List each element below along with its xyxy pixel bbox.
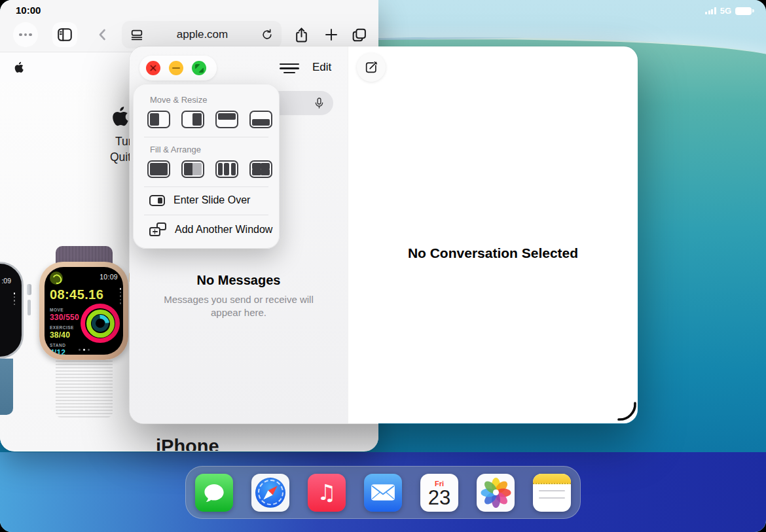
dock-icon-safari[interactable]: [251, 474, 289, 512]
minimize-window-button[interactable]: [169, 61, 183, 75]
plus-icon: [323, 27, 339, 43]
reload-icon[interactable]: [261, 28, 274, 41]
empty-messages-subtitle-line1: Messages you send or receive will: [130, 293, 348, 306]
fill-arrange-section-label: Fill & Arrange: [150, 145, 279, 154]
new-tab-button[interactable]: [319, 22, 344, 47]
watch-band-bottom: [56, 359, 113, 417]
dock-icon-music[interactable]: ♫: [308, 474, 346, 512]
close-window-button[interactable]: [146, 61, 160, 75]
resize-right-half-button[interactable]: [181, 111, 204, 128]
apple-logo-hero: [112, 106, 130, 127]
edit-button[interactable]: Edit: [312, 61, 331, 74]
resize-bottom-half-button[interactable]: [249, 111, 272, 128]
stand-ring: [92, 315, 109, 332]
menu-divider: [144, 137, 268, 137]
share-icon: [293, 27, 310, 43]
stand-label: STAND: [50, 343, 65, 347]
apple-watch-gold: 10:09 08:45.16 MOVE 330/550 EXERCISE 38/…: [38, 246, 130, 417]
status-time: 10:00: [16, 5, 41, 16]
cellular-signal-icon: [705, 7, 716, 14]
enter-slide-over-label: Enter Slide Over: [173, 194, 250, 206]
watch-time-fragment: :09: [1, 277, 11, 285]
safari-compass-icon: [255, 478, 285, 508]
address-bar[interactable]: apple.com: [122, 21, 282, 48]
watch-time: 10:09: [100, 273, 118, 281]
dock-icon-messages[interactable]: [195, 474, 233, 512]
dock: ♫ Fri 23: [185, 466, 581, 519]
resize-left-half-button[interactable]: [147, 111, 170, 128]
watch-screen-dots: [120, 288, 122, 304]
window-controls-menu: Move & Resize Fill & Arrange Enter Slide…: [133, 84, 280, 249]
dock-icon-mail[interactable]: [364, 474, 402, 512]
photos-flower-icon: [479, 476, 512, 509]
share-button[interactable]: [289, 22, 314, 47]
url-text: apple.com: [144, 28, 261, 41]
back-button[interactable]: [90, 22, 115, 47]
more-options-button[interactable]: [13, 22, 38, 47]
music-note-icon: ♫: [317, 482, 337, 503]
move-resize-options: [147, 111, 279, 128]
watch-band-blue: [0, 359, 13, 415]
enter-slide-over-item[interactable]: Enter Slide Over: [149, 194, 279, 206]
sidebar-toggle-button[interactable]: [52, 22, 77, 47]
workout-timer: 08:45.16: [50, 287, 103, 302]
resize-top-half-button[interactable]: [215, 111, 238, 128]
add-another-window-item[interactable]: Add Another Window: [149, 222, 279, 236]
empty-messages-subtitle-line2: appear here.: [130, 306, 348, 319]
grid-arrange-button[interactable]: [249, 160, 272, 178]
microphone-icon[interactable]: [313, 97, 325, 109]
three-column-button[interactable]: [215, 160, 238, 178]
tabs-icon: [351, 27, 367, 43]
dock-icon-photos[interactable]: [477, 474, 515, 512]
notes-line: [539, 497, 565, 499]
watch-page-dots: [45, 349, 123, 351]
add-another-window-label: Add Another Window: [175, 224, 272, 236]
menu-divider: [144, 186, 268, 187]
empty-messages-subtitle: Messages you send or receive will appear…: [130, 293, 348, 319]
network-type-label: 5G: [720, 6, 731, 16]
watch-case: 10:09 08:45.16 MOVE 330/550 EXERCISE 38/…: [39, 262, 128, 360]
watch-side-button: [27, 300, 31, 315]
window-controls-pill[interactable]: [139, 56, 217, 80]
dock-icon-notes[interactable]: [533, 474, 571, 512]
apple-watch-silver: :09: [0, 257, 27, 419]
exercise-value: 38/40: [50, 330, 70, 340]
move-value: 330/550: [50, 313, 79, 322]
workout-app-icon: [50, 272, 63, 285]
activity-rings: [81, 304, 120, 343]
no-conversation-label: No Conversation Selected: [348, 245, 638, 261]
safari-toolbar: apple.com: [0, 0, 378, 52]
status-indicators: 5G: [705, 6, 752, 16]
watch-crown: [27, 284, 31, 295]
move-resize-section-label: Move & Resize: [150, 95, 279, 105]
menu-divider: [144, 215, 268, 215]
compose-button[interactable]: [357, 53, 386, 82]
exercise-label: EXERCISE: [50, 325, 74, 330]
compass-needle: [261, 483, 280, 501]
watch-screen-workout: 10:09 08:45.16 MOVE 330/550 EXERCISE 38/…: [45, 267, 123, 355]
chevron-left-icon: [95, 27, 111, 43]
fill-arrange-options: [147, 160, 279, 178]
window-resize-handle[interactable]: [611, 396, 638, 422]
battery-icon: [735, 7, 752, 15]
add-window-icon: [149, 222, 166, 236]
notes-header-bar: [533, 474, 571, 484]
mail-envelope-icon: [371, 484, 395, 501]
messages-bubble-icon: [202, 481, 226, 505]
empty-messages-state: No Messages Messages you send or receive…: [130, 273, 348, 319]
sidebar-icon: [56, 26, 73, 43]
calendar-day: 23: [428, 488, 450, 509]
dock-icon-calendar[interactable]: Fri 23: [420, 474, 458, 512]
move-label: MOVE: [50, 308, 64, 312]
slide-over-icon: [149, 195, 165, 206]
ipad-screen: 10:00 5G apple.com: [0, 0, 766, 532]
fill-screen-button[interactable]: [147, 160, 170, 178]
filter-icon[interactable]: [278, 63, 300, 74]
empty-messages-title: No Messages: [130, 273, 348, 288]
iphone-section-heading: iPhone: [156, 436, 219, 451]
split-view-button[interactable]: [181, 160, 204, 178]
tab-overview-button[interactable]: [346, 22, 371, 47]
page-format-icon: [130, 27, 144, 42]
zoom-window-button[interactable]: [192, 61, 206, 75]
apple-logo-icon[interactable]: [14, 62, 24, 73]
